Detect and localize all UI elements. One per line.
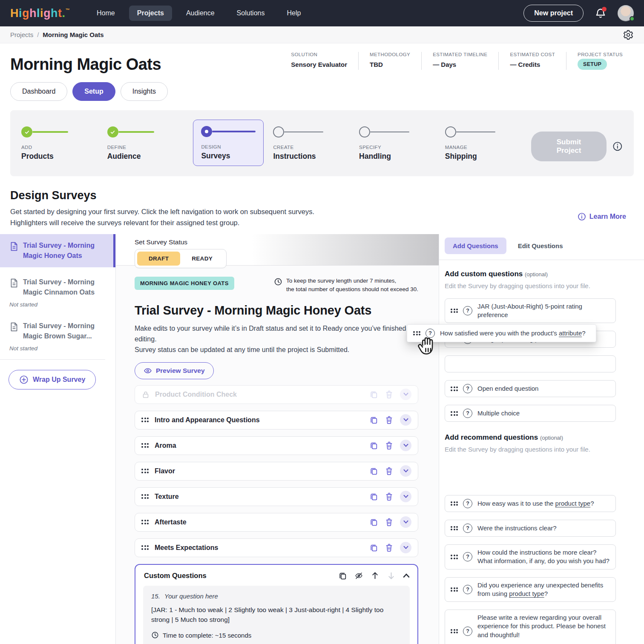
avatar[interactable]: [618, 5, 634, 21]
question-group-row[interactable]: Aroma: [135, 436, 418, 455]
question-circle-icon: [463, 409, 472, 418]
learn-more-link[interactable]: Learn More: [578, 205, 634, 228]
drag-handle-icon[interactable]: [451, 309, 458, 313]
tab-add-questions[interactable]: Add Questions: [445, 238, 506, 254]
step-design-surveys[interactable]: DESIGN Surveys: [193, 120, 264, 166]
draggable-question-open-ended[interactable]: Open ended question: [445, 380, 616, 397]
ready-toggle[interactable]: READY: [180, 252, 224, 266]
preview-survey-button[interactable]: Preview Survey: [135, 362, 214, 379]
drag-handle-icon[interactable]: [141, 443, 149, 448]
trash-icon[interactable]: [385, 467, 394, 475]
drag-handle-icon[interactable]: [451, 526, 458, 531]
draggable-question-how-easy[interactable]: How easy was it to use the product type?: [445, 495, 616, 512]
todo-step-dot: [445, 126, 456, 137]
duplicate-icon[interactable]: [338, 571, 347, 580]
question-group-row[interactable]: Aftertaste: [135, 513, 418, 532]
nav-item-audience[interactable]: Audience: [178, 6, 223, 21]
top-navbar: Highlight. ™ Home Projects Audience Solu…: [0, 0, 644, 26]
add-recommend-questions-header: Add recommend questions (optional): [445, 433, 616, 442]
trash-icon[interactable]: [385, 518, 394, 527]
step-add-products[interactable]: ADD Products: [21, 120, 107, 161]
submit-info-icon[interactable]: [612, 141, 623, 152]
question-group-row[interactable]: Intro and Appearance Questions: [135, 411, 418, 429]
breadcrumb-projects-link[interactable]: Projects: [10, 31, 33, 38]
drag-handle-icon[interactable]: [451, 411, 458, 416]
nav-item-help[interactable]: Help: [279, 6, 309, 21]
tab-dashboard[interactable]: Dashboard: [10, 82, 67, 101]
new-project-button[interactable]: New project: [523, 5, 584, 22]
hide-eye-off-icon[interactable]: [354, 571, 363, 580]
question-placeholder[interactable]: Your question here: [164, 592, 218, 600]
expand-chevron-icon[interactable]: [400, 491, 411, 502]
drag-handle-icon[interactable]: [451, 501, 458, 506]
duplicate-icon[interactable]: [369, 543, 378, 552]
drag-handle-icon[interactable]: [451, 555, 458, 559]
trash-icon[interactable]: [385, 415, 394, 424]
trash-icon[interactable]: [385, 492, 394, 501]
drag-handle-icon[interactable]: [451, 587, 458, 592]
expand-chevron-icon[interactable]: [400, 516, 411, 528]
drag-handle-icon[interactable]: [141, 418, 149, 422]
drag-handle-icon[interactable]: [451, 386, 458, 391]
nav-item-solutions[interactable]: Solutions: [229, 6, 273, 21]
step-specify-handling[interactable]: SPECIFY Handling: [359, 120, 445, 161]
drag-handle-icon[interactable]: [141, 520, 149, 524]
expand-chevron-icon[interactable]: [400, 414, 411, 426]
tab-edit-questions[interactable]: Edit Questions: [510, 238, 571, 254]
tab-insights[interactable]: Insights: [121, 82, 168, 101]
question-group-row[interactable]: Meets Expectations: [135, 538, 418, 557]
question-circle-icon: [463, 499, 472, 508]
drag-handle-icon[interactable]: [141, 494, 149, 499]
sidebar-item-cinnamon-oats[interactable]: Trial Survey - Morning Magic Cinnamon Oa…: [0, 271, 115, 304]
view-tabs: Dashboard Setup Insights: [0, 74, 644, 101]
wrap-up-survey-button[interactable]: Wrap Up Survey: [9, 370, 96, 389]
draggable-question-unexpected-benefits[interactable]: Did you experience any unexpected benefi…: [445, 577, 616, 602]
document-icon: [9, 241, 19, 252]
question-group-row[interactable]: Texture: [135, 487, 418, 506]
duplicate-icon[interactable]: [369, 441, 378, 450]
sidebar-item-honey-oats[interactable]: Trial Survey - Morning Magic Honey Oats: [0, 234, 115, 267]
draggable-question-slot[interactable]: [445, 355, 616, 372]
question-circle-icon: [463, 524, 472, 533]
sidebar-item-brown-sugar[interactable]: Trial Survey - Morning Magic Brown Sugar…: [0, 315, 115, 348]
expand-chevron-icon[interactable]: [400, 542, 411, 553]
step-connector: [212, 131, 256, 132]
drag-handle-icon[interactable]: [451, 629, 458, 634]
duplicate-icon[interactable]: [369, 492, 378, 501]
duplicate-icon[interactable]: [369, 467, 378, 475]
custom-questions-title: Custom Questions: [144, 572, 207, 580]
draggable-question-instructions-clear[interactable]: Were the instructions clear?: [445, 520, 616, 537]
draft-toggle[interactable]: DRAFT: [137, 252, 180, 266]
drag-handle-icon[interactable]: [141, 545, 149, 550]
step-manage-shipping[interactable]: MANAGE Shipping: [445, 120, 531, 161]
nav-item-home[interactable]: Home: [89, 6, 123, 21]
drag-handle-icon[interactable]: [141, 469, 149, 473]
nav-item-projects[interactable]: Projects: [129, 6, 172, 21]
trash-icon[interactable]: [385, 441, 394, 450]
settings-gear-icon[interactable]: [623, 29, 634, 40]
move-down-icon[interactable]: [387, 571, 396, 580]
time-to-complete: Time to complete: ~15 seconds: [151, 631, 402, 639]
draggable-question-more-clear[interactable]: How could the instructions be more clear…: [445, 544, 616, 570]
tab-setup[interactable]: Setup: [72, 82, 115, 101]
trash-icon[interactable]: [385, 543, 394, 552]
step-define-audience[interactable]: DEFINE Audience: [107, 120, 193, 161]
notification-badge: [602, 7, 607, 11]
expand-chevron-icon: [400, 389, 411, 400]
section-title: Design Surveys: [10, 189, 314, 202]
expand-chevron-icon[interactable]: [400, 465, 411, 477]
move-up-icon[interactable]: [371, 571, 380, 580]
notifications-bell-icon[interactable]: [595, 7, 607, 19]
expand-chevron-icon[interactable]: [400, 440, 411, 451]
draggable-question-write-review[interactable]: Please write a review regarding your ove…: [445, 610, 616, 644]
question-group-row[interactable]: Flavor: [135, 462, 418, 481]
submit-project-button[interactable]: Submit Project: [531, 132, 607, 161]
question-circle-icon: [463, 552, 472, 561]
highlight-logo[interactable]: Highlight. ™: [10, 7, 70, 20]
draggable-question-jar[interactable]: JAR (Just-About-Right) 5-point rating pr…: [445, 298, 616, 323]
collapse-chevron-icon[interactable]: [403, 572, 410, 579]
draggable-question-multiple-choice[interactable]: Multiple choice: [445, 405, 616, 422]
duplicate-icon[interactable]: [369, 415, 378, 424]
step-create-instructions[interactable]: CREATE Instructions: [273, 120, 359, 161]
duplicate-icon[interactable]: [369, 518, 378, 527]
